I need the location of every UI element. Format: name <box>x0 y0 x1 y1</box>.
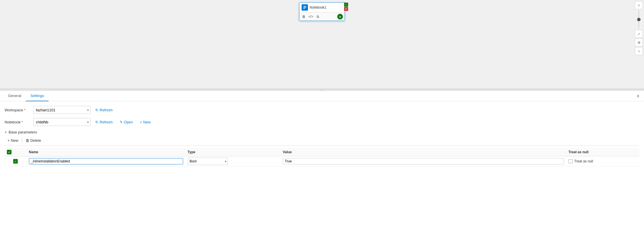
row-value-input[interactable] <box>283 158 564 164</box>
tab-general[interactable]: General <box>3 91 26 101</box>
notebook-refresh-button[interactable]: ↻ Refresh <box>93 119 115 125</box>
open-icon: ✎ <box>120 120 123 124</box>
workspace-label: Workspace * <box>5 108 33 112</box>
row-checkbox-cell: ✓ <box>5 156 27 166</box>
notebook-open-button[interactable]: ✎ Open <box>117 119 135 125</box>
status-check-icon: ✓ <box>344 3 348 7</box>
notebook-row: Notebook * childNb ▾ ↻ Refresh ✎ Open <box>5 118 639 126</box>
workspace-row: Workspace * fazhan1101 ▾ ↻ Refresh <box>5 106 639 114</box>
workspace-required: * <box>24 108 26 112</box>
header-checkbox[interactable]: ✓ <box>7 150 11 154</box>
th-checkbox: ✓ <box>5 148 27 156</box>
treat-null-group: Treat as null <box>569 159 637 163</box>
workspace-dropdown[interactable]: fazhan1101 ▾ <box>33 106 91 114</box>
notebook-node-icon <box>302 4 308 11</box>
settings-content: Workspace * fazhan1101 ▾ ↻ Refresh Noteb <box>0 101 644 231</box>
canvas-fit-button[interactable]: ⤢ <box>635 30 643 38</box>
row-checkbox[interactable]: ✓ <box>13 159 18 164</box>
canvas-zoom-thumb <box>637 18 641 21</box>
refresh-icon: ↻ <box>95 108 98 112</box>
params-delete-button[interactable]: 🗑 Delete <box>23 137 44 144</box>
canvas-grid-button[interactable]: ⊞ <box>635 38 643 46</box>
row-null-cell: Treat as null <box>566 156 639 166</box>
params-table-head: ✓ Name Type Value Treat as null <box>5 148 639 156</box>
row-value-cell <box>280 156 566 166</box>
canvas-plus-button[interactable]: + <box>635 1 643 9</box>
row-name-cell <box>27 156 185 166</box>
notebook-node-actions: 🗑 </> ⧉ ➤ <box>299 12 345 21</box>
pipeline-canvas: Notebook1 ✓ ✕ 🗑 </> ⧉ ➤ + ⤢ ⊞ ⤡ <box>0 0 644 89</box>
node-code-button[interactable]: </> <box>308 14 314 20</box>
type-select-wrapper: Bool String Int Float ▾ <box>188 158 228 165</box>
svg-rect-2 <box>303 7 306 8</box>
row-type-select[interactable]: Bool String Int Float <box>188 158 228 165</box>
params-header-row: ✓ Name Type Value Treat as null <box>5 148 639 156</box>
notebook-required: * <box>22 120 23 124</box>
section-toggle[interactable]: ∨ <box>5 130 7 134</box>
bottom-panel: General Settings ∧ Workspace * fazhan110… <box>0 91 644 231</box>
row-name-input[interactable] <box>29 158 183 164</box>
workspace-select[interactable]: fazhan1101 <box>36 106 88 114</box>
params-table: ✓ Name Type Value Treat as null ✓ <box>5 148 639 166</box>
params-table-body: ✓ Bool String Int Float <box>5 156 639 166</box>
notebook-new-button[interactable]: + New <box>137 119 153 125</box>
th-type: Type <box>185 148 281 156</box>
toolbar-divider <box>22 138 22 143</box>
row-type-cell: Bool String Int Float ▾ <box>185 156 281 166</box>
workspace-refresh-button[interactable]: ↻ Refresh <box>93 107 115 113</box>
svg-rect-3 <box>303 8 305 9</box>
treat-null-checkbox[interactable] <box>569 159 573 163</box>
notebook-label: Notebook * <box>5 120 33 124</box>
notebook-control-group: childNb ▾ ↻ Refresh ✎ Open + New <box>33 118 639 126</box>
notebook-refresh-icon: ↻ <box>95 120 98 124</box>
workspace-control-group: fazhan1101 ▾ ↻ Refresh <box>33 106 639 114</box>
node-copy-button[interactable]: ⧉ <box>315 14 321 20</box>
notebook-dropdown[interactable]: childNb ▾ <box>33 118 91 126</box>
params-toolbar: + New 🗑 Delete <box>5 137 639 146</box>
th-value: Value <box>280 148 566 156</box>
tab-settings[interactable]: Settings <box>26 91 49 101</box>
params-new-button[interactable]: + New <box>5 137 21 144</box>
params-new-icon: + <box>7 138 10 143</box>
treat-null-label: Treat as null <box>574 159 593 163</box>
notebook-node-title: Notebook1 <box>310 5 342 9</box>
tabs-row: General Settings ∧ <box>0 91 644 101</box>
th-null: Treat as null <box>566 148 639 156</box>
tabs-left: General Settings <box>3 91 49 101</box>
canvas-right-controls: + ⤢ ⊞ ⤡ <box>635 0 643 56</box>
node-status-icons: ✓ ✕ <box>344 3 348 11</box>
canvas-zoom-slider[interactable] <box>639 11 639 28</box>
th-name: Name <box>27 148 185 156</box>
notebook-select[interactable]: childNb <box>36 118 88 126</box>
svg-rect-1 <box>303 6 306 7</box>
params-delete-icon: 🗑 <box>26 138 29 143</box>
notebook-node: Notebook1 ✓ ✕ 🗑 </> ⧉ ➤ <box>299 2 345 21</box>
notebook-node-header: Notebook1 ✓ ✕ <box>299 3 345 12</box>
status-x-icon: ✕ <box>344 7 348 11</box>
node-delete-button[interactable]: 🗑 <box>301 14 307 20</box>
table-row: ✓ Bool String Int Float <box>5 156 639 166</box>
canvas-shrink-button[interactable]: ⤡ <box>635 47 643 55</box>
collapse-button[interactable]: ∧ <box>635 92 641 99</box>
base-params-header: ∨ Base parameters <box>5 130 639 134</box>
notebook-new-icon: + <box>140 120 142 124</box>
node-go-button[interactable]: ➤ <box>337 14 343 20</box>
